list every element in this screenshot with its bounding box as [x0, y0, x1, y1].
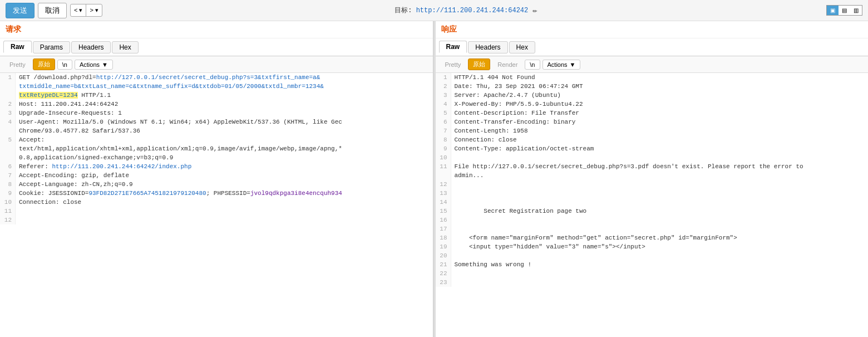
table-row: 17 — [436, 224, 869, 233]
table-row: 5 Accept: — [0, 135, 433, 144]
request-title: 请求 — [0, 21, 433, 38]
request-ln-btn[interactable]: \n — [57, 60, 72, 70]
request-tab-headers[interactable]: Headers — [71, 41, 111, 53]
table-row: 1 HTTP/1.1 404 Not Found — [436, 73, 869, 82]
response-tab-raw[interactable]: Raw — [439, 41, 467, 53]
table-row: 1 GET /download.php?dl=http://127.0.0.1/… — [0, 73, 433, 82]
table-row: 21 Something was wrong ! — [436, 260, 869, 269]
response-format-bar: Pretty 原始 Render \n Actions ▼ — [436, 56, 869, 73]
request-tab-params[interactable]: Params — [33, 41, 70, 53]
response-tab-bar: Raw Headers Hex — [436, 38, 869, 56]
request-actions-label: Actions — [80, 61, 100, 68]
table-row: 11 — [0, 207, 433, 216]
table-row: 3 Upgrade-Insecure-Requests: 1 — [0, 109, 433, 118]
request-tab-raw[interactable]: Raw — [3, 41, 32, 53]
response-code-lines: 1 HTTP/1.1 404 Not Found 2 Date: Thu, 23… — [436, 73, 869, 287]
table-row: 10 — [436, 153, 869, 162]
table-row: 23 — [436, 278, 869, 287]
table-row: 12 — [0, 216, 433, 224]
single-right-view-button[interactable]: ▥ — [850, 6, 862, 15]
table-row: 3 Server: Apache/2.4.7 (Ubuntu) — [436, 91, 869, 100]
response-tab-hex[interactable]: Hex — [509, 41, 535, 53]
send-button[interactable]: 发送 — [6, 3, 34, 18]
table-row: 4 X-Powered-By: PHP/5.5.9-1ubuntu4.22 — [436, 100, 869, 109]
table-row: 6 Referer: http://111.200.241.244:64242/… — [0, 162, 433, 171]
response-pretty-btn[interactable]: Pretty — [440, 60, 466, 70]
request-pretty-btn[interactable]: Pretty — [4, 60, 31, 70]
response-title: 响应 — [436, 21, 869, 38]
cancel-button[interactable]: 取消 — [38, 3, 67, 18]
request-actions-btn[interactable]: Actions ▼ — [75, 60, 113, 70]
table-row: 7 Accept-Encoding: gzip, deflate — [0, 171, 433, 180]
response-raw-btn[interactable]: 原始 — [468, 58, 490, 70]
request-tab-hex[interactable]: Hex — [112, 41, 138, 53]
response-ln-btn[interactable]: \n — [525, 60, 540, 70]
view-toggle: ▣ ▤ ▥ — [826, 5, 862, 16]
table-row: 4 User-Agent: Mozilla/5.0 (Windows NT 6.… — [0, 118, 433, 126]
request-format-bar: Pretty 原始 \n Actions ▼ — [0, 56, 433, 73]
table-row: 14 — [436, 198, 869, 207]
table-row: 2 Host: 111.200.241.244:64242 — [0, 100, 433, 109]
table-row: 12 — [436, 180, 869, 189]
table-row: 6 Content-Transfer-Encoding: binary — [436, 118, 869, 126]
table-row: txtmiddle_name=b&txtLast_name=c&txtname_… — [0, 82, 433, 91]
request-code-lines: 1 GET /download.php?dl=http://127.0.0.1/… — [0, 73, 433, 224]
nav-forward-button[interactable]: > ▾ — [86, 4, 101, 16]
request-actions-chevron: ▼ — [102, 61, 108, 68]
table-row: 9 Cookie: JSESSIONID=93FD82D271E7665A745… — [0, 189, 433, 198]
table-row: 2 Date: Thu, 23 Sep 2021 06:47:24 GMT — [436, 82, 869, 91]
table-row: 8 Accept-Language: zh-CN,zh;q=0.9 — [0, 180, 433, 189]
table-row: text/html,application/xhtml+xml,applicat… — [0, 144, 433, 153]
table-row: admin... — [436, 171, 869, 180]
response-actions-label: Actions — [548, 61, 568, 68]
table-row: txtRetypeDL=1234 HTTP/1.1 — [0, 91, 433, 100]
table-row: 22 — [436, 269, 869, 278]
table-row: 5 Content-Description: File Transfer — [436, 109, 869, 118]
edit-target-icon[interactable]: ✏ — [532, 6, 537, 15]
request-panel: 请求 Raw Params Headers Hex Pretty 原始 \n A… — [0, 21, 433, 337]
nav-back-forward: < ▾ > ▾ — [70, 4, 102, 17]
table-row: 19 <input type="hidden" value="3" name="… — [436, 242, 869, 251]
nav-back-button[interactable]: < ▾ — [71, 4, 86, 16]
table-row: 0.8,application/signed-exchange;v=b3;q=0… — [0, 153, 433, 162]
response-tab-headers[interactable]: Headers — [468, 41, 507, 53]
table-row: 11 File http://127.0.0.1/secret/secret_d… — [436, 162, 869, 171]
request-raw-btn[interactable]: 原始 — [33, 58, 55, 70]
request-code-area[interactable]: 1 GET /download.php?dl=http://127.0.0.1/… — [0, 73, 433, 337]
table-row: 10 Connection: close — [0, 198, 433, 207]
response-actions-chevron: ▼ — [570, 61, 576, 68]
table-row: 7 Content-Length: 1958 — [436, 126, 869, 135]
response-actions-btn[interactable]: Actions ▼ — [542, 60, 581, 70]
table-row: 8 Connection: close — [436, 135, 869, 144]
split-view-button[interactable]: ▣ — [827, 6, 839, 15]
main-toolbar: 发送 取消 < ▾ > ▾ 目标: 目标: http://111.200.241… — [0, 0, 868, 21]
main-area: 请求 Raw Params Headers Hex Pretty 原始 \n A… — [0, 21, 868, 337]
response-code-area[interactable]: 1 HTTP/1.1 404 Not Found 2 Date: Thu, 23… — [436, 73, 869, 337]
table-row: Chrome/93.0.4577.82 Safari/537.36 — [0, 126, 433, 135]
target-label: 目标: 目标: http://111.200.241.244:64242 htt… — [394, 6, 528, 15]
table-row: 16 — [436, 216, 869, 224]
single-left-view-button[interactable]: ▤ — [839, 6, 850, 15]
table-row: 15 Secret Registration page two — [436, 207, 869, 216]
response-panel: 响应 Raw Headers Hex Pretty 原始 Render \n A… — [436, 21, 869, 337]
response-render-btn[interactable]: Render — [492, 60, 522, 70]
table-row: 9 Content-Type: application/octet-stream — [436, 144, 869, 153]
table-row: 13 — [436, 189, 869, 198]
table-row: 20 — [436, 251, 869, 260]
table-row: 18 <form name="marginForm" method="get" … — [436, 233, 869, 242]
request-tab-bar: Raw Params Headers Hex — [0, 38, 433, 56]
